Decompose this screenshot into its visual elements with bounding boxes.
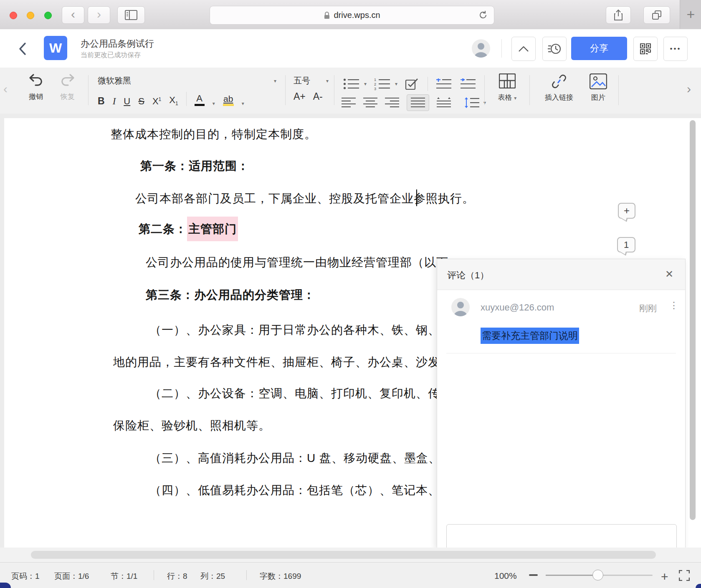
decrease-font-button[interactable]: A-	[313, 91, 323, 102]
comment-count-anchor[interactable]: 1	[617, 237, 635, 252]
toolbar-scroll-right[interactable]: ›	[687, 82, 691, 96]
checklist-button[interactable]	[405, 78, 419, 90]
kebab-menu-icon[interactable]: ⋮	[669, 300, 678, 311]
share-icon	[614, 9, 623, 21]
doc-line: （三）、高值消耗办公用品：U 盘、移动硬盘、墨盒、硒鼓、	[149, 450, 477, 466]
history-button[interactable]	[542, 37, 567, 61]
more-options-button[interactable]: •••	[663, 37, 688, 61]
browser-share-button[interactable]	[606, 6, 631, 24]
page-top-gutter	[4, 114, 701, 118]
insert-link-button[interactable]: 插入链接	[538, 73, 580, 102]
image-label: 图片	[585, 93, 611, 102]
status-pages[interactable]: 页面：1/6	[54, 571, 89, 582]
browser-titlebar: ‹ › drive.wps.cn	[0, 0, 701, 30]
line-spacing-dropdown-icon[interactable]: ▾	[483, 100, 486, 106]
comment-author: xuyxue@126.com	[481, 302, 554, 313]
numbered-list-button[interactable]: 123	[374, 78, 391, 90]
font-color-button[interactable]: A	[195, 94, 205, 106]
save-status: 当前更改已成功保存	[81, 51, 141, 60]
horizontal-scrollbar[interactable]	[31, 551, 656, 559]
highlight-button[interactable]: ab	[223, 94, 234, 106]
insert-image-button[interactable]: 图片	[585, 73, 611, 102]
user-avatar[interactable]	[472, 39, 490, 58]
redo-button[interactable]: 恢复	[55, 73, 80, 101]
undo-button[interactable]: 撤销	[23, 73, 48, 101]
format-divider	[186, 92, 187, 106]
svg-text:2: 2	[374, 82, 376, 86]
qr-code-button[interactable]	[633, 37, 658, 61]
underline-button[interactable]: U	[124, 97, 130, 106]
doc-back-button[interactable]	[18, 42, 28, 56]
subscript-button[interactable]: X1	[169, 96, 178, 106]
comment-count: 1	[624, 240, 629, 250]
increase-indent-button[interactable]	[461, 78, 476, 89]
reload-icon[interactable]	[478, 10, 488, 20]
font-size-select[interactable]: 五号 ▾	[294, 75, 329, 86]
comments-panel-title: 评论（1）	[447, 269, 489, 282]
zoom-slider-knob[interactable]	[592, 570, 603, 580]
browser-forward-button[interactable]: ›	[88, 6, 110, 24]
align-right-button[interactable]	[385, 97, 399, 108]
font-size-value: 五号	[294, 75, 310, 86]
font-color-dropdown-icon[interactable]: ▾	[213, 101, 215, 106]
list-divider	[428, 77, 428, 91]
highlight-dropdown-icon[interactable]: ▾	[242, 101, 244, 106]
zoom-window-button[interactable]	[44, 12, 52, 19]
close-icon[interactable]: ✕	[665, 268, 673, 280]
tab-overview-button[interactable]	[643, 6, 670, 24]
new-tab-button[interactable]: +	[680, 0, 701, 29]
table-dropdown-icon: ▾	[514, 95, 516, 101]
bold-button[interactable]: B	[98, 96, 105, 106]
vertical-scrollbar[interactable]	[690, 120, 696, 520]
italic-button[interactable]: I	[113, 96, 116, 106]
toolbar-scroll-left[interactable]: ‹	[3, 82, 8, 96]
add-comment-plus: +	[624, 205, 630, 217]
numbered-list-dropdown-icon[interactable]: ▾	[395, 81, 397, 87]
add-comment-anchor[interactable]: +	[618, 203, 635, 219]
superscript-button[interactable]: X1	[152, 97, 161, 106]
font-name-dropdown-icon: ▾	[274, 78, 276, 84]
document-title[interactable]: 办公用品条例试行	[81, 38, 154, 50]
status-word-count[interactable]: 字数：1699	[260, 571, 301, 582]
increase-font-button[interactable]: A+	[294, 91, 306, 102]
app-header: W 办公用品条例试行 当前更改已成功保存 分享 •••	[0, 29, 701, 68]
bullet-list-button[interactable]	[343, 78, 360, 90]
horizontal-scroll-strip	[0, 548, 701, 562]
fullscreen-button[interactable]	[679, 570, 690, 581]
font-size-dropdown-icon: ▾	[326, 78, 329, 84]
zoom-level: 100%	[494, 571, 517, 581]
lock-icon	[324, 11, 330, 20]
undo-icon	[23, 73, 48, 87]
table-button[interactable]: 表格 ▾	[491, 73, 524, 102]
svg-text:1: 1	[374, 78, 376, 82]
collapse-toolbar-button[interactable]	[511, 37, 536, 61]
redo-label: 恢复	[55, 92, 80, 101]
bullet-list-dropdown-icon[interactable]: ▾	[364, 81, 367, 87]
sidebar-toggle-button[interactable]	[117, 6, 145, 24]
comment-text-selected[interactable]: 需要补充主管部门说明	[481, 328, 579, 344]
comment-divider	[446, 353, 676, 353]
zoom-slider-track[interactable]	[546, 575, 653, 576]
decrease-indent-button[interactable]	[436, 78, 452, 89]
strikethrough-button[interactable]: S	[138, 97, 144, 106]
align-center-button[interactable]	[363, 97, 377, 108]
share-button-label: 分享	[590, 42, 608, 55]
line-spacing-button[interactable]	[464, 97, 479, 109]
zoom-in-button[interactable]: +	[661, 570, 668, 584]
distribute-button[interactable]	[437, 97, 451, 108]
doc-heading: 第一条：适用范围：	[140, 158, 249, 174]
right-chevron-icon: ›	[687, 82, 691, 96]
align-left-button[interactable]	[342, 97, 356, 108]
status-page: 页码：1	[11, 571, 40, 582]
address-bar[interactable]: drive.wps.cn	[210, 6, 494, 25]
zoom-out-button[interactable]	[529, 574, 538, 576]
sidebar-icon	[125, 10, 137, 20]
minimize-window-button[interactable]	[27, 12, 34, 19]
close-window-button[interactable]	[10, 12, 17, 19]
browser-back-button[interactable]: ‹	[62, 6, 84, 24]
table-icon	[491, 73, 524, 88]
align-justify-button[interactable]	[407, 94, 429, 111]
font-name-select[interactable]: 微软雅黑 ▾	[98, 75, 276, 86]
share-button[interactable]: 分享	[571, 37, 627, 60]
left-chevron-icon: ‹	[3, 82, 8, 96]
